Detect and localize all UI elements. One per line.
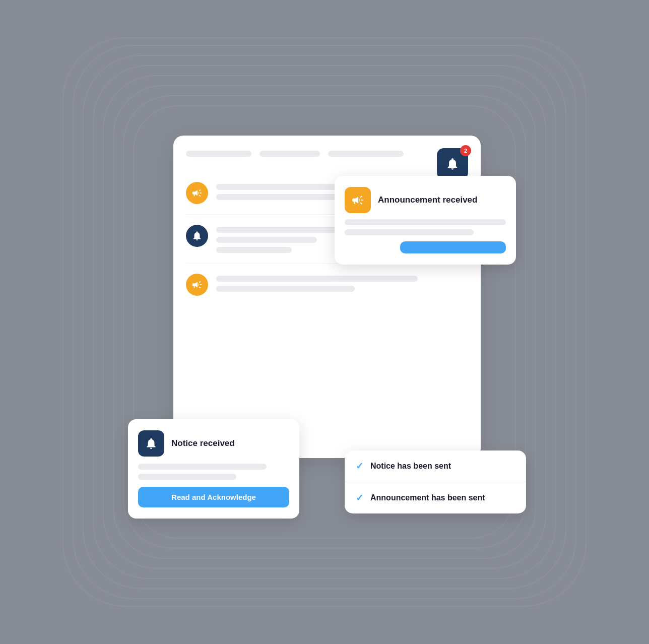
bell-icon-2 xyxy=(191,230,203,241)
scene: 2 xyxy=(138,110,511,534)
notice-bell-icon xyxy=(145,437,158,450)
check-icon-notice: ✓ xyxy=(356,461,363,472)
bell-icon-circle-2 xyxy=(186,225,208,247)
notice-line-2 xyxy=(138,474,236,480)
header-skeleton-3 xyxy=(328,151,404,157)
announcement-popup: Announcement received xyxy=(335,176,516,265)
notice-icon-box xyxy=(138,430,164,457)
announcement-icon-box xyxy=(345,187,371,213)
notice-popup: Notice received Read and Acknowledge xyxy=(128,419,299,519)
bell-icon xyxy=(445,157,460,171)
announcement-line-1 xyxy=(345,219,506,225)
megaphone-icon-circle-3 xyxy=(186,274,208,296)
megaphone-icon-1 xyxy=(191,187,203,199)
notification-badge: 2 xyxy=(460,145,471,156)
outer-container: 2 xyxy=(60,32,589,612)
header-skeleton-2 xyxy=(259,151,320,157)
announcement-action-button[interactable] xyxy=(400,241,506,253)
notice-popup-header: Notice received xyxy=(138,430,289,457)
list-item-3 xyxy=(186,264,468,306)
announcement-popup-lines xyxy=(345,219,506,235)
item-lines-3 xyxy=(216,274,468,292)
announcement-line-2 xyxy=(345,229,474,235)
notification-bell-button[interactable]: 2 xyxy=(437,148,468,179)
announcement-popup-title: Announcement received xyxy=(378,195,477,205)
notice-popup-title: Notice received xyxy=(171,438,235,448)
announcement-megaphone-icon xyxy=(351,194,364,207)
header-bars xyxy=(186,151,468,157)
sent-notice-text: Notice has been sent xyxy=(370,462,451,471)
sent-item-announcement: ✓ Announcement has been sent xyxy=(345,482,526,513)
check-icon-announcement: ✓ xyxy=(356,492,363,503)
sent-announcement-text: Announcement has been sent xyxy=(370,493,485,502)
notice-line-1 xyxy=(138,464,267,470)
megaphone-icon-3 xyxy=(191,279,203,290)
sent-item-notice: ✓ Notice has been sent xyxy=(345,450,526,482)
announcement-popup-header: Announcement received xyxy=(345,187,506,213)
megaphone-icon-circle-1 xyxy=(186,182,208,204)
header-skeleton-1 xyxy=(186,151,251,157)
read-acknowledge-button[interactable]: Read and Acknowledge xyxy=(138,487,289,507)
notice-popup-lines xyxy=(138,464,289,480)
sent-popup: ✓ Notice has been sent ✓ Announcement ha… xyxy=(345,450,526,513)
